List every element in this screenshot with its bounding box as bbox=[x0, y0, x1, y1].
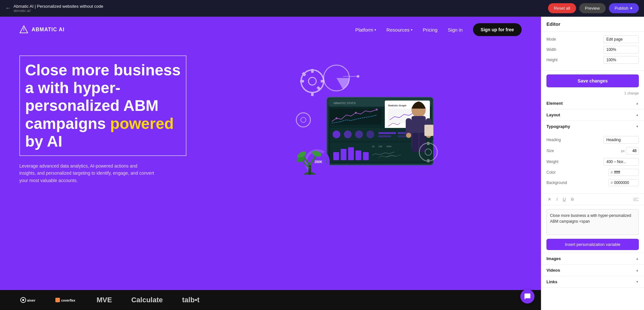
text-content-box[interactable]: Close more business a with hyper-persona… bbox=[546, 209, 639, 235]
editor-header: Editor bbox=[541, 17, 644, 32]
images-collapse-icon: ▲ bbox=[636, 257, 639, 260]
svg-rect-5 bbox=[311, 92, 314, 96]
svg-rect-39 bbox=[348, 147, 354, 160]
strikethrough-tool[interactable]: S bbox=[570, 196, 575, 202]
svg-rect-6 bbox=[300, 80, 304, 82]
chevron-down-icon: ▾ bbox=[411, 28, 412, 32]
preview-button[interactable]: Preview bbox=[579, 3, 606, 13]
nav-platform[interactable]: Platform ▾ bbox=[355, 27, 376, 33]
links-header[interactable]: Links ▼ bbox=[541, 276, 644, 287]
layout-collapse-icon: ▲ bbox=[636, 113, 639, 117]
height-input[interactable] bbox=[603, 56, 639, 64]
background-row: Background # bbox=[546, 179, 639, 186]
height-row: Height bbox=[546, 56, 639, 64]
videos-header[interactable]: Videos ▲ bbox=[541, 265, 644, 276]
top-bar-right: Reset all Preview Publish ✦ bbox=[548, 3, 639, 13]
svg-text:Statistic Graph: Statistic Graph bbox=[388, 104, 406, 107]
bg-color-hash: # bbox=[611, 180, 613, 185]
background-input[interactable] bbox=[614, 180, 637, 185]
logos-bar: aiven coverflex MVE Calculate talb•t bbox=[0, 290, 541, 310]
layout-section-header[interactable]: Layout ▲ bbox=[541, 109, 644, 121]
editor-settings-section: Mode Edit page Width Height bbox=[541, 32, 644, 71]
align-line-3 bbox=[633, 200, 639, 201]
nav-cta-button[interactable]: Sign up for free bbox=[473, 23, 522, 36]
svg-rect-38 bbox=[341, 149, 346, 160]
logo-text: ABMATIC AI bbox=[32, 27, 64, 33]
svg-point-67 bbox=[22, 299, 24, 301]
hero-illustration: ABMATIC STATS Statistic Graph bbox=[280, 55, 441, 175]
chat-bubble[interactable] bbox=[520, 289, 535, 304]
nav-signin[interactable]: Sign in bbox=[448, 27, 463, 33]
height-label: Height bbox=[546, 58, 558, 62]
site-title: Abmatic AI | Personalized websites witho… bbox=[14, 4, 103, 9]
hero-heading: Close more business a with hyper- person… bbox=[25, 61, 181, 150]
color-input[interactable] bbox=[614, 170, 637, 175]
svg-rect-64 bbox=[427, 142, 430, 145]
videos-collapse-icon: ▲ bbox=[636, 268, 639, 272]
underline-tool[interactable]: U bbox=[562, 196, 567, 202]
hero-image: ABMATIC STATS Statistic Graph bbox=[200, 55, 522, 175]
nav-pricing[interactable]: Pricing bbox=[423, 27, 438, 33]
links-label: Links bbox=[546, 279, 557, 284]
svg-point-21 bbox=[355, 112, 357, 114]
svg-point-27 bbox=[333, 131, 340, 138]
chat-icon bbox=[524, 293, 531, 300]
top-bar-left: ← Abmatic AI | Personalized websites wit… bbox=[5, 4, 103, 13]
svg-rect-55 bbox=[412, 133, 419, 152]
personalize-button[interactable]: Insert personalization variable bbox=[546, 239, 639, 250]
svg-point-20 bbox=[336, 117, 337, 119]
svg-rect-65 bbox=[427, 159, 430, 162]
site-logo: ABMATIC AI bbox=[19, 25, 64, 34]
site-nav: ABMATIC AI Platform ▾ Resources ▾ Pricin… bbox=[0, 17, 541, 43]
color-label: Color bbox=[546, 170, 569, 175]
site-info: Abmatic AI | Personalized websites witho… bbox=[14, 4, 103, 13]
typography-label: Typography bbox=[546, 124, 570, 129]
italic-tool[interactable]: I bbox=[555, 196, 559, 202]
svg-rect-4 bbox=[311, 69, 314, 73]
size-label: Size bbox=[546, 149, 569, 153]
svg-text:ABMATIC STATS: ABMATIC STATS bbox=[333, 102, 356, 105]
logo-coverflex-icon: coverflex bbox=[55, 295, 77, 305]
align-line-2 bbox=[633, 199, 637, 200]
weight-row: Weight 400 – Nor... 700 – Bold bbox=[546, 158, 639, 166]
mode-row: Mode Edit page bbox=[546, 35, 639, 43]
element-label: Element bbox=[546, 101, 563, 106]
text-align-tools bbox=[633, 198, 639, 201]
element-section-header[interactable]: Element ▲ bbox=[541, 98, 644, 109]
logo-calculate: Calculate bbox=[131, 296, 163, 304]
editor-panel: Editor Mode Edit page Width Height Save … bbox=[541, 17, 644, 310]
links-section: Links ▼ bbox=[541, 276, 644, 288]
hero-highlight: powered bbox=[110, 115, 174, 132]
nav-resources[interactable]: Resources ▾ bbox=[386, 27, 412, 33]
weight-label: Weight bbox=[546, 160, 569, 164]
svg-point-30 bbox=[366, 131, 374, 138]
size-input[interactable] bbox=[626, 147, 639, 155]
save-changes-button[interactable]: Save changes bbox=[546, 74, 639, 87]
svg-point-22 bbox=[376, 109, 378, 111]
weight-select[interactable]: 400 – Nor... 700 – Bold bbox=[603, 158, 639, 166]
publish-button[interactable]: Publish ✦ bbox=[609, 3, 639, 13]
color-input-group: # bbox=[608, 169, 639, 176]
chevron-down-icon: ▾ bbox=[374, 28, 376, 32]
typography-section: Typography ▼ Heading Heading Body Captio… bbox=[541, 121, 644, 253]
images-header[interactable]: Images ▲ bbox=[541, 253, 644, 264]
width-input[interactable] bbox=[603, 46, 639, 53]
typography-header[interactable]: Typography ▼ bbox=[541, 121, 644, 132]
hero-subtext: Leverage advanced data analytics, AI-pow… bbox=[19, 162, 155, 184]
svg-point-14 bbox=[357, 75, 359, 78]
svg-point-29 bbox=[355, 131, 363, 138]
hero-heading-wrapper[interactable]: Close more business a with hyper- person… bbox=[19, 55, 186, 156]
svg-point-59 bbox=[406, 133, 411, 138]
width-label: Width bbox=[546, 47, 556, 52]
heading-label: Heading bbox=[546, 138, 569, 142]
bold-tool[interactable]: ✕ bbox=[546, 196, 553, 202]
mode-select[interactable]: Edit page bbox=[603, 35, 639, 43]
reset-all-button[interactable]: Reset all bbox=[548, 3, 576, 13]
svg-point-3 bbox=[308, 77, 316, 85]
back-button[interactable]: ← bbox=[5, 5, 11, 12]
svg-rect-32 bbox=[378, 135, 391, 137]
heading-select[interactable]: Heading Body Caption bbox=[603, 136, 639, 144]
top-bar: ← Abmatic AI | Personalized websites wit… bbox=[0, 0, 644, 17]
width-row: Width bbox=[546, 46, 639, 53]
svg-rect-49 bbox=[308, 165, 311, 175]
